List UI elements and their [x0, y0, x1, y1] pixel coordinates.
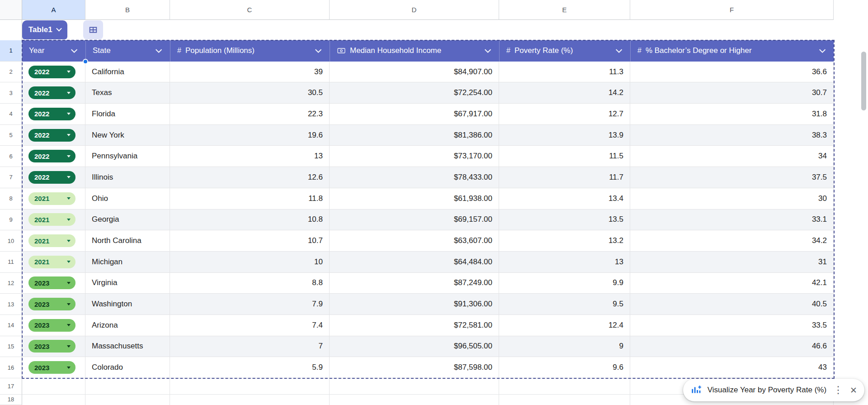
cell-income[interactable]: $87,249.00: [330, 273, 499, 294]
visualize-suggestion-label[interactable]: Visualize Year by Poverty Rate (%): [708, 386, 826, 395]
cell-year[interactable]: 2023: [22, 315, 85, 336]
cell-population[interactable]: 22.3: [170, 104, 330, 125]
table-name-chip[interactable]: Table1: [22, 20, 67, 39]
empty-cell[interactable]: [499, 378, 630, 395]
cell-state[interactable]: Massachusetts: [85, 336, 170, 357]
cell-state[interactable]: Virginia: [85, 273, 170, 294]
cell-income[interactable]: $72,254.00: [330, 82, 499, 104]
table-header-poverty-rate[interactable]: #Poverty Rate (%): [499, 40, 630, 62]
row-header-12[interactable]: 12: [0, 273, 22, 294]
cell-income[interactable]: $72,581.00: [330, 315, 499, 336]
cell-poverty-rate[interactable]: 9.9: [499, 273, 630, 294]
cell-population[interactable]: 19.6: [170, 125, 330, 146]
cell-population[interactable]: 8.8: [170, 273, 330, 294]
table-header-population-millions[interactable]: #Population (Millions): [170, 40, 330, 62]
cell-population[interactable]: 12.6: [170, 167, 330, 188]
cell-income[interactable]: $81,386.00: [330, 125, 499, 146]
cell-population[interactable]: 30.5: [170, 82, 330, 104]
cell-state[interactable]: Arizona: [85, 315, 170, 336]
cell-year[interactable]: 2021: [22, 210, 85, 231]
cell-income[interactable]: $67,917.00: [330, 104, 499, 125]
cell-poverty-rate[interactable]: 9.6: [499, 357, 630, 378]
cell-state[interactable]: North Carolina: [85, 230, 170, 252]
cell-bachelors[interactable]: 33.1: [630, 210, 834, 231]
cell-bachelors[interactable]: 34: [630, 146, 834, 167]
visualize-suggestion-pill[interactable]: Visualize Year by Poverty Rate (%) ⋮ ✕: [683, 379, 864, 401]
cell-poverty-rate[interactable]: 12.7: [499, 104, 630, 125]
cell-population[interactable]: 5.9: [170, 357, 330, 378]
cell-population[interactable]: 10: [170, 252, 330, 273]
row-header-1[interactable]: 1: [0, 40, 22, 62]
year-chip[interactable]: 2022: [28, 129, 75, 142]
empty-cell[interactable]: [22, 378, 85, 395]
kebab-menu-icon[interactable]: ⋮: [832, 385, 844, 395]
cell-bachelors[interactable]: 36.6: [630, 62, 834, 83]
cell-population[interactable]: 7.4: [170, 315, 330, 336]
cell-year[interactable]: 2023: [22, 273, 85, 294]
column-header-A[interactable]: A: [22, 0, 85, 20]
row-header-17[interactable]: 17: [0, 378, 22, 395]
cell-population[interactable]: 7: [170, 336, 330, 357]
cell-bachelors[interactable]: 40.5: [630, 294, 834, 315]
close-icon[interactable]: ✕: [850, 386, 857, 395]
table-header-median-household-income[interactable]: Median Household Income: [330, 40, 499, 62]
cell-income[interactable]: $78,433.00: [330, 167, 499, 188]
cell-bachelors[interactable]: 46.6: [630, 336, 834, 357]
year-chip[interactable]: 2023: [28, 276, 75, 289]
vertical-scrollbar[interactable]: [861, 52, 866, 110]
row-header-5[interactable]: 5: [0, 125, 22, 146]
cell-state[interactable]: Washington: [85, 294, 170, 315]
column-header-F[interactable]: F: [630, 0, 834, 20]
cell-state[interactable]: Ohio: [85, 188, 170, 210]
cell-state[interactable]: Georgia: [85, 210, 170, 231]
cell-population[interactable]: 39: [170, 62, 330, 83]
table-options-button[interactable]: [83, 20, 103, 39]
cell-poverty-rate[interactable]: 11.5: [499, 146, 630, 167]
cell-population[interactable]: 10.7: [170, 230, 330, 252]
year-chip[interactable]: 2021: [28, 234, 75, 247]
empty-cell[interactable]: [85, 378, 170, 395]
cell-bachelors[interactable]: 34.2: [630, 230, 834, 252]
cell-income[interactable]: $87,598.00: [330, 357, 499, 378]
cell-year[interactable]: 2023: [22, 336, 85, 357]
year-chip[interactable]: 2022: [28, 108, 75, 120]
cell-bachelors[interactable]: 30.7: [630, 82, 834, 104]
column-header-E[interactable]: E: [499, 0, 630, 20]
cell-bachelors[interactable]: 37.5: [630, 167, 834, 188]
cell-poverty-rate[interactable]: 13.2: [499, 230, 630, 252]
year-chip[interactable]: 2021: [28, 192, 75, 205]
cell-state[interactable]: California: [85, 62, 170, 83]
row-header-2[interactable]: 2: [0, 62, 22, 83]
row-header-7[interactable]: 7: [0, 167, 22, 188]
column-header-B[interactable]: B: [85, 0, 170, 20]
cell-year[interactable]: 2021: [22, 230, 85, 252]
select-all-corner[interactable]: [0, 0, 22, 20]
cell-income[interactable]: $84,907.00: [330, 62, 499, 83]
cell-income[interactable]: $91,306.00: [330, 294, 499, 315]
cell-poverty-rate[interactable]: 11.3: [499, 62, 630, 83]
cell-state[interactable]: Colorado: [85, 357, 170, 378]
cell-state[interactable]: Michigan: [85, 252, 170, 273]
cell-year[interactable]: 2022: [22, 62, 85, 83]
year-chip[interactable]: 2023: [28, 298, 75, 310]
cell-bachelors[interactable]: 43: [630, 357, 834, 378]
row-header-11[interactable]: 11: [0, 252, 22, 273]
cell-bachelors[interactable]: 31.8: [630, 104, 834, 125]
table-header-state[interactable]: State: [85, 40, 170, 62]
year-chip[interactable]: 2023: [28, 319, 75, 332]
table-header-year[interactable]: Year: [22, 40, 85, 62]
year-chip[interactable]: 2022: [28, 66, 75, 78]
row-header-15[interactable]: 15: [0, 336, 22, 357]
cell-poverty-rate[interactable]: 13.4: [499, 188, 630, 210]
cell-year[interactable]: 2022: [22, 82, 85, 104]
cell-income[interactable]: $63,607.00: [330, 230, 499, 252]
cell-poverty-rate[interactable]: 13: [499, 252, 630, 273]
column-header-C[interactable]: C: [170, 0, 330, 20]
year-chip[interactable]: 2023: [28, 361, 75, 374]
cell-income[interactable]: $69,157.00: [330, 210, 499, 231]
row-header-18[interactable]: 18: [0, 395, 22, 405]
cell-bachelors[interactable]: 38.3: [630, 125, 834, 146]
table-header-bachelor-s-degree-or-higher[interactable]: #% Bachelor’s Degree or Higher: [630, 40, 834, 62]
cell-year[interactable]: 2023: [22, 357, 85, 378]
empty-cell[interactable]: [330, 378, 499, 395]
